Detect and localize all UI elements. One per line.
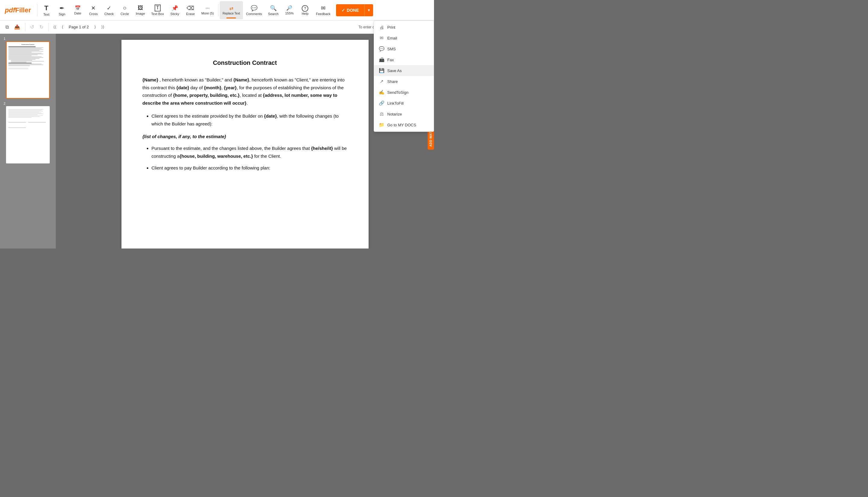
- toolbar-divider-1: [37, 4, 38, 16]
- thumb-line: [9, 50, 40, 51]
- tool-circle-label: Circle: [120, 12, 129, 16]
- thumb-line: [9, 47, 43, 48]
- tool-sticky[interactable]: 📌 Sticky: [167, 1, 183, 19]
- thumb-line: [9, 58, 40, 59]
- thumb-line: [9, 112, 40, 113]
- tool-replace-text[interactable]: ⇄ Replace Text: [220, 1, 243, 19]
- redo-button[interactable]: ↻: [38, 23, 45, 31]
- dropdown-notarize[interactable]: ⚖ Notarize: [374, 109, 434, 119]
- thumb-page-1[interactable]: Construction Contract: [6, 41, 50, 99]
- tool-cross[interactable]: ✕ Cross: [86, 1, 101, 19]
- date-icon: 📅: [75, 5, 81, 11]
- tool-text[interactable]: T Text: [39, 1, 54, 19]
- tool-feedback-label: Feedback: [316, 12, 330, 16]
- tool-search[interactable]: 🔍 Search: [265, 1, 281, 19]
- go-to-my-docs-icon: 📁: [379, 122, 384, 128]
- field-pronoun: {he/she/it}: [311, 146, 333, 151]
- prev-page-button[interactable]: ⟨: [60, 24, 65, 30]
- text-icon: T: [44, 4, 48, 12]
- tool-feedback[interactable]: ✉ Feedback: [313, 1, 333, 19]
- dropdown-email-label: Email: [387, 36, 397, 40]
- thumbnail-page-2[interactable]: 2: [2, 102, 53, 164]
- thumb-line: [9, 68, 28, 69]
- last-page-button[interactable]: ⟩⟩: [100, 24, 106, 30]
- thumb-content-1: Construction Contract: [6, 42, 49, 71]
- dropdown-go-to-my-docs[interactable]: 📁 Go to MY DOCS: [374, 119, 434, 130]
- help-icon: ?: [302, 5, 308, 12]
- dropdown-save-as[interactable]: 💾 Save As: [374, 65, 434, 76]
- tool-help[interactable]: ? Help: [297, 1, 313, 19]
- sms-icon: 💬: [379, 46, 384, 52]
- link-to-fill-icon: 🔗: [379, 100, 384, 106]
- tool-erase[interactable]: ⌫ Erase: [183, 1, 198, 19]
- dropdown-send-to-sign[interactable]: ✍ SendToSign: [374, 87, 434, 98]
- thumb-page-2[interactable]: [6, 106, 50, 164]
- done-button[interactable]: ✓ DONE: [336, 4, 364, 16]
- thumb-line: [11, 60, 32, 61]
- dropdown-share[interactable]: ↗ Share: [374, 76, 434, 87]
- first-page-button[interactable]: ⟨⟨: [52, 24, 58, 30]
- tool-comments[interactable]: 💬 Comments: [243, 1, 265, 19]
- thumb-line: [9, 53, 42, 53]
- page-thumbnail-sidebar: 1 Construction Contract: [0, 34, 56, 248]
- done-dropdown-button[interactable]: ▼: [364, 4, 373, 16]
- sign-icon: ✒: [59, 4, 64, 12]
- thumb-line: [9, 56, 32, 56]
- thumb-line: [9, 115, 38, 115]
- tool-image[interactable]: 🖼 Image: [133, 1, 148, 19]
- tool-circle[interactable]: ○ Circle: [117, 1, 133, 19]
- document-title: Construction Contract: [143, 58, 348, 68]
- done-label: DONE: [347, 8, 359, 13]
- tool-image-label: Image: [136, 12, 145, 15]
- main-toolbar: pdfFiller T Text ✒ Sign 📅 Date ✕ Cross ✓…: [0, 0, 434, 20]
- thumb-line: [9, 59, 35, 60]
- thumb-line: [9, 66, 30, 66]
- bullet-item-2: Pursuant to the estimate, and the change…: [151, 144, 348, 160]
- thumb-line: [9, 57, 43, 58]
- export-button[interactable]: 📤: [12, 23, 22, 31]
- field-address: {address, lot number, some way to descri…: [143, 93, 338, 105]
- thumb-line: [9, 124, 26, 128]
- field-property-type: {home, property, building, etc.}: [173, 93, 240, 98]
- thumb-num-1: 1: [2, 37, 5, 40]
- tool-sign[interactable]: ✒ Sign: [54, 1, 70, 19]
- email-icon: ✉: [379, 35, 384, 41]
- tool-more[interactable]: ··· More (5): [198, 1, 217, 19]
- thumb-line: [9, 51, 43, 52]
- app-logo[interactable]: pdfFiller: [0, 6, 36, 14]
- sticky-icon: 📌: [172, 5, 178, 12]
- circle-icon: ○: [123, 4, 127, 12]
- field-name-1: {Name}: [143, 77, 159, 82]
- undo-button[interactable]: ↺: [28, 23, 36, 31]
- secondary-toolbar: ⧉ 📤 ↺ ↻ ⟨⟨ ⟨ Page 1 of 2 ⟩ ⟩⟩ To enter d…: [0, 20, 434, 34]
- bullet-list-2: Pursuant to the estimate, and the change…: [151, 144, 348, 172]
- next-page-button[interactable]: ⟩: [92, 24, 98, 30]
- search-icon: 🔍: [270, 5, 277, 12]
- tool-textbox-label: Text Box: [151, 12, 164, 16]
- dropdown-fax-label: Fax: [387, 58, 394, 62]
- tool-zoom[interactable]: 🔎 155%: [281, 1, 297, 19]
- thumb-line: [9, 117, 32, 118]
- thumb-line: [9, 52, 32, 53]
- tool-date[interactable]: 📅 Date: [70, 1, 86, 19]
- dropdown-email[interactable]: ✉ Email: [374, 32, 434, 43]
- dropdown-link-to-fill[interactable]: 🔗 LinkToFill: [374, 98, 434, 109]
- cross-icon: ✕: [91, 5, 95, 12]
- thumb-line: [28, 119, 46, 123]
- dropdown-sms[interactable]: 💬 SMS: [374, 43, 434, 54]
- active-indicator: [226, 17, 236, 18]
- thumb-line: [9, 109, 43, 110]
- tool-check[interactable]: ✓ Check: [101, 1, 117, 19]
- sec-divider-2: [48, 23, 48, 31]
- notarize-icon: ⚖: [379, 111, 384, 117]
- tool-search-label: Search: [268, 12, 279, 16]
- thumb-line: [9, 119, 26, 123]
- dropdown-print[interactable]: 🖨 Print: [374, 22, 434, 32]
- thumbnail-page-1[interactable]: 1 Construction Contract: [2, 37, 53, 99]
- tool-sign-label: Sign: [59, 12, 65, 16]
- tool-textbox[interactable]: T Text Box: [148, 1, 167, 19]
- dropdown-fax[interactable]: 📠 Fax: [374, 54, 434, 65]
- copy-button[interactable]: ⧉: [4, 23, 11, 31]
- page-indicator: Page 1 of 2: [69, 25, 89, 29]
- tool-zoom-label: 155%: [285, 12, 294, 15]
